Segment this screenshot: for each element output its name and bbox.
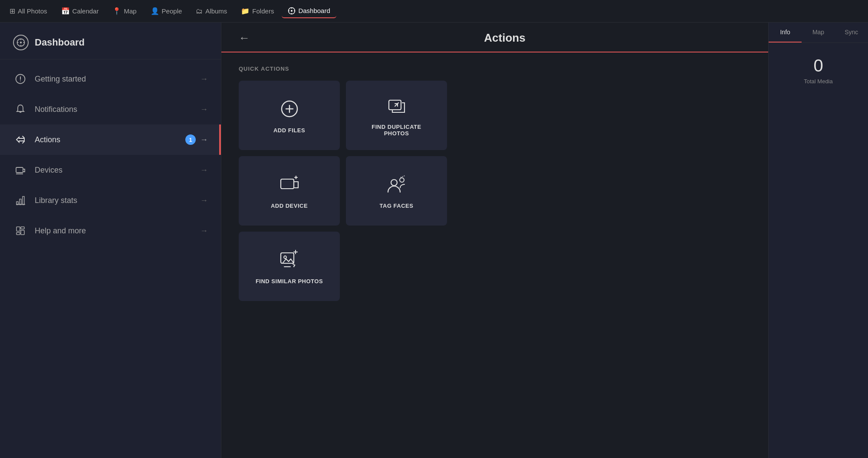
sidebar-item-help-and-more[interactable]: Help and more → <box>0 216 221 246</box>
find-similar-label: FIND SIMILAR PHOTOS <box>256 278 323 285</box>
notifications-label: Notifications <box>35 105 200 114</box>
calendar-icon: 📅 <box>61 7 70 15</box>
library-stats-label: Library stats <box>35 196 200 205</box>
notifications-arrow: → <box>200 105 208 114</box>
actions-label: Actions <box>35 135 185 144</box>
tab-info[interactable]: Info <box>769 23 802 43</box>
tag-faces-label: TAG FACES <box>380 203 414 209</box>
back-button[interactable]: ← <box>239 31 250 45</box>
add-device-label: ADD DEVICE <box>271 203 308 209</box>
svg-line-33 <box>401 176 405 177</box>
sidebar: Dashboard Getting started → <box>0 23 221 458</box>
nav-folders[interactable]: 📁 Folders <box>235 4 280 18</box>
svg-point-35 <box>284 256 286 258</box>
find-duplicate-icon <box>385 94 408 117</box>
right-panel: Info Map Sync 0 Total Media <box>768 23 868 458</box>
help-and-more-arrow: → <box>200 226 208 236</box>
total-media-label: Total Media <box>804 78 832 85</box>
getting-started-label: Getting started <box>35 75 200 84</box>
action-tag-faces[interactable]: TAG FACES <box>346 156 447 226</box>
svg-rect-28 <box>281 179 294 189</box>
people-icon: 👤 <box>151 7 159 15</box>
action-add-files[interactable]: ADD FILES <box>239 81 340 150</box>
notifications-icon <box>13 102 28 117</box>
svg-point-31 <box>391 180 397 186</box>
add-files-label: ADD FILES <box>273 127 305 134</box>
content-header: ← Actions <box>221 23 768 52</box>
svg-rect-34 <box>281 253 294 263</box>
getting-started-arrow: → <box>200 75 208 84</box>
action-find-similar[interactable]: FIND SIMILAR PHOTOS <box>239 232 340 301</box>
right-panel-body: 0 Total Media <box>769 43 868 98</box>
nav-dashboard[interactable]: Dashboard <box>282 4 336 18</box>
actions-grid: ADD FILES FIND DUPLICATE PHOTOS <box>239 81 447 301</box>
svg-rect-14 <box>16 167 23 173</box>
getting-started-icon <box>13 72 28 86</box>
find-duplicate-label: FIND DUPLICATE PHOTOS <box>372 124 421 137</box>
svg-rect-18 <box>23 196 24 205</box>
map-icon: 📍 <box>112 7 121 15</box>
folders-icon: 📁 <box>241 7 250 15</box>
dashboard-icon <box>288 7 296 15</box>
svg-point-7 <box>20 42 22 43</box>
sidebar-header: Dashboard <box>0 23 221 59</box>
devices-arrow: → <box>200 166 208 175</box>
help-icon <box>13 223 28 238</box>
svg-point-32 <box>400 178 404 182</box>
svg-rect-19 <box>16 227 20 231</box>
svg-rect-22 <box>21 230 24 235</box>
albums-icon: 🗂 <box>196 7 203 15</box>
svg-point-13 <box>20 81 21 82</box>
svg-rect-26 <box>389 100 401 110</box>
sidebar-item-actions[interactable]: Actions 1 → <box>0 124 221 155</box>
devices-label: Devices <box>35 166 200 175</box>
library-stats-icon <box>13 193 28 208</box>
add-files-icon <box>278 98 301 120</box>
nav-map[interactable]: 📍 Map <box>106 4 142 18</box>
content-area: ← Actions QUICK ACTIONS ADD FILES <box>221 23 768 458</box>
nav-all-photos[interactable]: ⊞ All Photos <box>3 4 53 18</box>
grid-icon: ⊞ <box>10 7 15 15</box>
total-media-number: 0 <box>813 56 823 75</box>
sidebar-item-getting-started[interactable]: Getting started → <box>0 64 221 94</box>
content-body: QUICK ACTIONS ADD FILES <box>221 52 768 458</box>
sidebar-nav: Getting started → Notifications → <box>0 59 221 458</box>
actions-badge: 1 <box>185 134 196 145</box>
nav-albums[interactable]: 🗂 Albums <box>190 5 233 18</box>
tag-faces-icon <box>385 173 408 196</box>
action-add-device[interactable]: ADD DEVICE <box>239 156 340 226</box>
top-nav: ⊞ All Photos 📅 Calendar 📍 Map 👤 People 🗂… <box>0 0 868 23</box>
main-layout: Dashboard Getting started → <box>0 23 868 458</box>
actions-icon <box>13 132 28 147</box>
help-and-more-label: Help and more <box>35 226 200 236</box>
sidebar-title: Dashboard <box>35 37 85 48</box>
find-similar-icon <box>278 249 301 271</box>
svg-rect-17 <box>20 199 21 205</box>
devices-icon <box>13 163 28 177</box>
sidebar-item-library-stats[interactable]: Library stats → <box>0 185 221 216</box>
tab-sync[interactable]: Sync <box>835 23 868 43</box>
svg-point-1 <box>291 10 293 12</box>
action-find-duplicate[interactable]: FIND DUPLICATE PHOTOS <box>346 81 447 150</box>
content-title: Actions <box>259 31 751 45</box>
quick-actions-label: QUICK ACTIONS <box>239 65 751 72</box>
sidebar-item-devices[interactable]: Devices → <box>0 155 221 185</box>
nav-calendar[interactable]: 📅 Calendar <box>55 4 105 18</box>
actions-arrow: → <box>200 135 208 144</box>
nav-people[interactable]: 👤 People <box>145 4 188 18</box>
add-device-icon <box>278 173 301 196</box>
sidebar-item-notifications[interactable]: Notifications → <box>0 94 221 124</box>
tab-map[interactable]: Map <box>802 23 835 43</box>
svg-rect-20 <box>16 232 20 235</box>
library-stats-arrow: → <box>200 196 208 205</box>
svg-rect-21 <box>21 227 24 229</box>
right-panel-tabs: Info Map Sync <box>769 23 868 43</box>
dashboard-sidebar-icon <box>13 35 29 50</box>
